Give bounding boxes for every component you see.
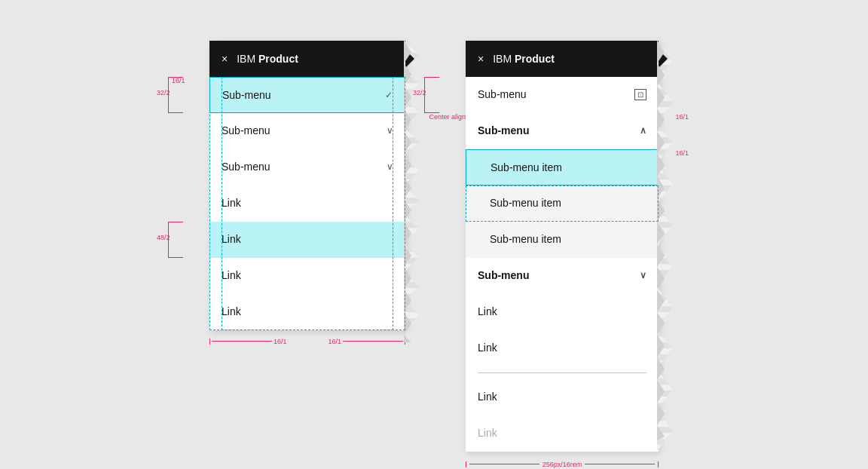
left-panel-outer: 16/1 32/2 48/2 Center aligned 16/1 16/1 xyxy=(209,41,405,330)
right-menu-subitem2[interactable]: Sub-menu item xyxy=(466,185,659,222)
right-panel-header: × IBM Product xyxy=(466,41,659,77)
ann-right-16-1: 16/1 xyxy=(675,113,689,121)
right-menu-link1[interactable]: Link xyxy=(466,294,659,330)
ann-right-16-2: 16/1 xyxy=(675,149,689,157)
menu-item-submenu3[interactable]: Sub-menu ∨ xyxy=(209,149,405,185)
right-menu-item-submenu2-open[interactable]: Sub-menu ∧ xyxy=(466,113,659,149)
left-panel-header: × IBM Product xyxy=(209,41,405,77)
ann-bottom-width-right: 256px/16rem xyxy=(466,461,659,468)
menu-item-link2-highlighted[interactable]: Link xyxy=(209,222,405,258)
close-icon-right[interactable]: × xyxy=(478,53,484,65)
chevron-icon: ✓ xyxy=(385,90,393,100)
header-title-right: IBM Product xyxy=(493,53,555,65)
ann-right-bracket-32 xyxy=(424,77,439,113)
right-panel-outer: 32/2 16/1 16/1 256px/16rem × IBM xyxy=(466,41,659,452)
right-menu-link3[interactable]: Link xyxy=(466,379,659,415)
right-menu-subitem1[interactable]: Sub-menu item xyxy=(466,149,659,185)
checkbox-icon: ⊡ xyxy=(634,89,646,100)
menu-divider xyxy=(478,372,646,373)
right-panel: × IBM Product Sub-menu ⊡ Sub-menu ∧ Sub-… xyxy=(466,41,659,452)
chevron-icon-3: ∨ xyxy=(640,270,646,280)
right-menu-link4-disabled[interactable]: Link xyxy=(466,415,659,452)
chevron-icon: ∨ xyxy=(387,161,393,172)
menu-item-link1[interactable]: Link xyxy=(209,185,405,222)
right-menu-subitem3[interactable]: Sub-menu item xyxy=(466,222,659,258)
left-panel: × IBM Product Sub-menu ✓ Sub-menu ∨ Sub-… xyxy=(209,41,405,330)
ann-label-48: 48/2 xyxy=(157,234,170,241)
ann-label-32: 32/2 xyxy=(157,89,170,97)
diagram-container: 16/1 32/2 48/2 Center aligned 16/1 16/1 xyxy=(194,3,674,467)
sub-items-group: Sub-menu item Sub-menu item Sub-menu ite… xyxy=(466,149,659,258)
menu-item-submenu1[interactable]: Sub-menu ✓ xyxy=(209,77,405,113)
menu-item-link4[interactable]: Link xyxy=(209,294,405,330)
close-icon[interactable]: × xyxy=(222,53,228,65)
ann-bottom-width: 16/1 16/1 xyxy=(209,338,405,345)
torn-edge-right xyxy=(657,41,672,440)
header-title: IBM Product xyxy=(237,53,298,65)
right-menu-item-submenu3[interactable]: Sub-menu ∨ xyxy=(466,258,659,294)
chevron-up-icon: ∧ xyxy=(640,125,646,136)
torn-edge-left xyxy=(404,41,419,342)
ann-bracket-48 xyxy=(168,222,183,258)
right-menu-item-submenu1[interactable]: Sub-menu ⊡ xyxy=(466,77,659,113)
ann-bracket-32 xyxy=(168,77,183,113)
chevron-icon: ∨ xyxy=(387,125,393,136)
menu-item-link3[interactable]: Link xyxy=(209,258,405,294)
right-menu-link2[interactable]: Link xyxy=(466,330,659,366)
menu-item-submenu2[interactable]: Sub-menu ∨ xyxy=(209,113,405,149)
